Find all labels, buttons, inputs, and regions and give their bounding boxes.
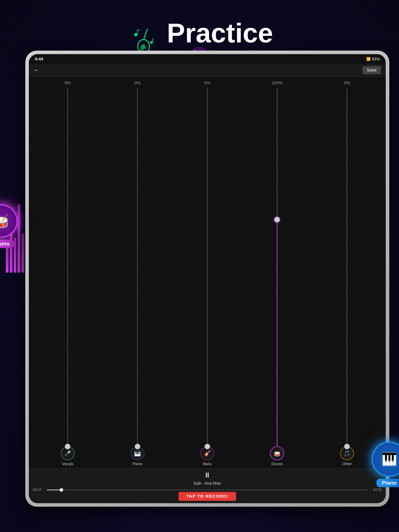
vocals-line (67, 88, 68, 447)
vocals-label: Vocals (62, 462, 73, 466)
other-label: Other (342, 462, 352, 466)
track-name: Salt - Ava Max (33, 481, 382, 486)
vocals-thumb[interactable] (65, 444, 70, 449)
channel-piano: 0% (103, 80, 172, 447)
tablet-screen: 4:44 📶 83% ← Save 0% (29, 54, 386, 503)
piano-floating-circle: 🎹 (372, 442, 399, 477)
drums-floating-icon: 🥁 (0, 214, 9, 228)
back-button[interactable]: ← (34, 67, 39, 73)
sliders-area: 0% (29, 76, 386, 447)
record-button-area: TAP TO RECORD! (33, 492, 382, 503)
channel-icon-piano[interactable]: 🎹 Piano (103, 447, 172, 466)
svg-point-5 (150, 41, 153, 44)
drums-floating-badge: 🥁 Drums (0, 204, 18, 248)
vocals-track[interactable] (33, 88, 103, 447)
channel-icon-other[interactable]: 🎵 Other (312, 447, 382, 466)
current-time: 00:07 (33, 488, 45, 492)
other-percent: 0% (344, 80, 350, 85)
channel-vocals: 0% (33, 80, 103, 447)
other-thumb[interactable] (344, 444, 350, 449)
status-time: 4:44 (35, 57, 43, 62)
bass-thumb[interactable] (205, 444, 210, 449)
drums-thumb[interactable] (274, 217, 280, 222)
other-line (347, 88, 347, 447)
piano-thumb[interactable] (135, 444, 140, 449)
channel-other: 0% (312, 80, 382, 447)
vocals-percent: 0% (64, 80, 71, 85)
drums-icon-symbol: 🥁 (274, 450, 281, 457)
piano-floating-label: Piano (376, 479, 399, 487)
piano-track[interactable] (103, 88, 172, 447)
channel-icon-bass[interactable]: 🎸 Bass (172, 447, 242, 466)
tablet-device: 4:44 📶 83% ← Save 0% (25, 51, 389, 507)
piano-icon-symbol: 🎹 (134, 450, 141, 457)
wifi-icon: 📶 (366, 57, 371, 61)
progress-thumb[interactable] (60, 488, 63, 492)
save-button[interactable]: Save (363, 66, 381, 74)
drums-line (277, 88, 277, 447)
bass-label: Bass (203, 462, 212, 466)
channel-bass: 0% (172, 80, 242, 447)
progress-bar[interactable] (47, 489, 368, 490)
status-bar: 4:44 📶 83% (29, 54, 386, 64)
other-track[interactable] (312, 88, 382, 447)
bass-percent: 0% (204, 80, 210, 85)
play-controls: ⏸ (33, 468, 382, 481)
piano-floating-icon: 🎹 (381, 452, 397, 467)
other-icon-symbol: 🎵 (343, 450, 350, 457)
piano-line (137, 88, 138, 447)
svg-line-1 (144, 29, 148, 39)
drums-label: Drums (271, 462, 283, 466)
bass-icon-symbol: 🎸 (204, 450, 211, 457)
channel-icon-vocals[interactable]: 🎤 Vocals (33, 447, 103, 466)
drums-icon-circle: 🥁 (270, 447, 284, 460)
record-button[interactable]: TAP TO RECORD! (179, 492, 236, 501)
playback-area: ⏸ Salt - Ava Max 00:07 03:02 TAP TO RECO… (29, 468, 386, 503)
battery-indicator: 83% (372, 57, 380, 61)
header-title: Practice (167, 19, 273, 47)
bass-track[interactable] (172, 88, 242, 447)
svg-line-4 (137, 30, 140, 30)
vocals-icon-symbol: 🎤 (64, 450, 71, 457)
drums-floating-circle: 🥁 (0, 204, 18, 238)
channel-icons-row: 🎤 Vocals 🎹 Piano 🎸 Bas (29, 447, 386, 468)
piano-label: Piano (133, 462, 142, 466)
tablet-outer-frame: 4:44 📶 83% ← Save 0% (25, 51, 389, 507)
svg-point-2 (134, 33, 137, 36)
progress-row: 00:07 03:02 (33, 488, 382, 492)
channel-drums: 100% (242, 80, 312, 447)
drums-floating-label: Drums (0, 240, 14, 248)
piano-percent: 0% (135, 80, 141, 85)
channel-icon-drums[interactable]: 🥁 Drums (242, 447, 312, 466)
piano-floating-badge: 🎹 Piano (372, 442, 399, 487)
status-icons: 📶 83% (366, 57, 380, 61)
total-time: 03:02 (370, 488, 382, 492)
bass-line (207, 88, 208, 447)
drums-track[interactable] (242, 88, 312, 447)
app-bar: ← Save (29, 64, 386, 76)
drums-percent: 100% (272, 80, 283, 85)
pause-button[interactable]: ⏸ (204, 471, 211, 479)
progress-fill (47, 489, 60, 490)
